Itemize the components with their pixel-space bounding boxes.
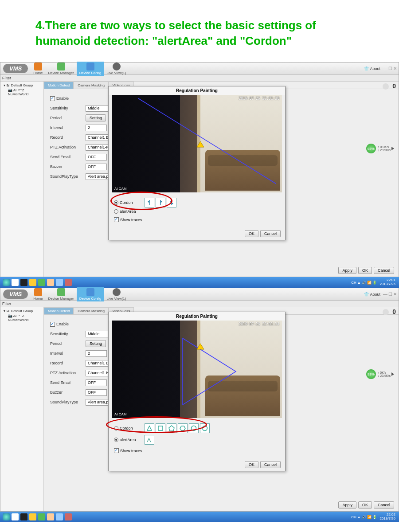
show-traces-label: Show traces [120, 449, 142, 453]
window-controls[interactable]: —☐✕ [383, 292, 397, 297]
drawing-options: Cordon alertArea [109, 418, 285, 458]
apply-button[interactable]: Apply [338, 267, 356, 274]
shape-octagon[interactable] [200, 423, 210, 433]
shape-hexagon[interactable] [178, 423, 188, 433]
taskbar-app-icon[interactable] [38, 279, 45, 286]
tree-device[interactable]: 📷 AI PTZ NuMenWorld [2, 313, 42, 322]
svg-marker-5 [183, 338, 236, 405]
taskbar-app-icon[interactable] [47, 279, 54, 286]
tab-motion-detect[interactable]: Motion Detect [44, 307, 74, 314]
status-indicator-icon: 98% [366, 144, 376, 153]
alertarea-radio[interactable] [114, 209, 118, 214]
taskbar-app-icon[interactable] [65, 279, 72, 286]
windows-taskbar[interactable]: CH ▲ 🔊 📶 🔋 22:012019/7/26 [0, 277, 399, 288]
taskbar-app-icon[interactable] [20, 279, 27, 286]
lang-indicator[interactable]: CH [351, 515, 356, 519]
shape-pentagon[interactable] [167, 423, 176, 433]
tray-icons[interactable]: ▲ 🔊 📶 🔋 [357, 515, 377, 519]
nav-home-label: Home [33, 297, 43, 301]
buzzer-label: Buzzer [50, 390, 86, 395]
taskbar-clock[interactable]: 22:012019/7/26 [378, 278, 397, 286]
nav-live-view[interactable]: Live View(1) [104, 62, 129, 76]
app-logo: VMS [3, 64, 28, 73]
dialog-cancel-button[interactable]: Cancel [260, 230, 281, 237]
tree-group[interactable]: ▾ 🖭 Default Group [2, 309, 42, 313]
cancel-button[interactable]: Cancel [374, 501, 394, 509]
dialog-ok-button[interactable]: OK [245, 461, 258, 468]
tree-device[interactable]: 📷 AI PTZ NuMenWorld [2, 88, 42, 97]
cordon-radio[interactable] [114, 426, 118, 430]
ptz-label: PTZ Activation [50, 145, 86, 149]
start-button-icon[interactable] [3, 279, 10, 286]
taskbar-app-icon[interactable] [47, 513, 54, 520]
camera-preview[interactable]: 2019-07-26 22:01:34 AI CAM [112, 321, 282, 418]
vms-app-cordon: VMS Home Device Manager Device Config Li… [0, 62, 399, 277]
interval-input[interactable] [86, 350, 107, 357]
network-status: 98% ↑ 0.9K/s↓ 23.9K/s [366, 144, 394, 153]
tab-camera-masking[interactable]: Camera Masking [74, 307, 108, 314]
nav-device-manager[interactable]: Device Manager [46, 287, 77, 301]
taskbar-app-icon[interactable] [12, 279, 19, 286]
taskbar-app-icon[interactable] [29, 279, 36, 286]
window-controls[interactable]: —☐✕ [383, 66, 397, 71]
nav-device-config[interactable]: Device Config [77, 62, 104, 76]
svg-marker-9 [169, 426, 174, 431]
nav-home-label: Home [33, 71, 43, 75]
dialog-cancel-button[interactable]: Cancel [260, 461, 281, 468]
tree-group[interactable]: ▾ 🖭 Default Group [2, 83, 42, 88]
apply-button[interactable]: Apply [338, 501, 356, 509]
taskbar-app-icon[interactable] [38, 513, 45, 520]
shape-triangle[interactable] [145, 423, 154, 433]
enable-checkbox[interactable] [50, 96, 55, 101]
show-traces-checkbox[interactable] [114, 448, 119, 453]
show-traces-checkbox[interactable] [114, 217, 119, 222]
play-icon[interactable] [391, 147, 394, 150]
taskbar-app-icon[interactable] [65, 513, 72, 520]
alertarea-radio[interactable] [114, 438, 118, 442]
ok-button[interactable]: OK [358, 501, 372, 509]
nav-home[interactable]: Home [31, 287, 45, 301]
taskbar-app-icon[interactable] [20, 513, 27, 520]
taskbar-app-icon[interactable] [56, 279, 63, 286]
camera-preview[interactable]: 2019-07-26 22:01:30 AI CAM [112, 95, 282, 192]
cancel-button[interactable]: Cancel [374, 267, 394, 274]
buzzer-select[interactable] [86, 164, 107, 170]
tab-camera-masking[interactable]: Camera Masking [74, 82, 108, 89]
enable-checkbox[interactable] [50, 322, 55, 327]
cordon-radio[interactable] [114, 200, 118, 205]
period-setting-button[interactable]: Setting [86, 114, 106, 121]
alertarea-overlay [112, 321, 282, 418]
shape-heptagon[interactable] [189, 423, 199, 433]
lang-indicator[interactable]: CH [351, 281, 356, 285]
nav-device-manager[interactable]: Device Manager [46, 62, 77, 76]
nav-live-view[interactable]: Live View(1) [104, 287, 129, 301]
nav-live-label: Live View(1) [107, 297, 126, 301]
nav-home[interactable]: Home [31, 62, 45, 76]
tab-motion-detect[interactable]: Motion Detect [44, 82, 74, 89]
sendemail-select[interactable] [86, 379, 107, 386]
taskbar-app-icon[interactable] [56, 513, 63, 520]
cordon-dir-right[interactable] [156, 198, 165, 207]
interval-input[interactable] [86, 125, 107, 131]
play-icon[interactable] [391, 372, 394, 376]
cordon-dir-both[interactable] [167, 198, 176, 207]
nav-device-config[interactable]: Device Config [77, 287, 104, 301]
shape-square[interactable] [156, 423, 165, 433]
taskbar-app-icon[interactable] [29, 513, 36, 520]
dialog-ok-button[interactable]: OK [245, 230, 258, 237]
alarm-count: 0 [383, 82, 396, 90]
buzzer-select[interactable] [86, 389, 107, 396]
alertarea-edit-icon[interactable] [145, 435, 154, 445]
sendemail-select[interactable] [86, 154, 107, 160]
taskbar-app-icon[interactable] [12, 513, 19, 520]
period-setting-button[interactable]: Setting [86, 340, 106, 347]
ok-button[interactable]: OK [358, 267, 372, 274]
about-link[interactable]: 👕 About [364, 292, 380, 297]
tray-icons[interactable]: ▲ 🔊 📶 🔋 [357, 281, 377, 285]
about-link[interactable]: 👕 About [364, 66, 380, 71]
windows-taskbar[interactable]: CH ▲ 🔊 📶 🔋 22:022019/7/26 [0, 512, 399, 522]
cordon-dir-left[interactable] [145, 198, 154, 207]
taskbar-clock[interactable]: 22:022019/7/26 [378, 513, 397, 521]
device-tree: ▾ 🖭 Default Group 📷 AI PTZ NuMenWorld [0, 82, 44, 277]
start-button-icon[interactable] [3, 513, 10, 520]
